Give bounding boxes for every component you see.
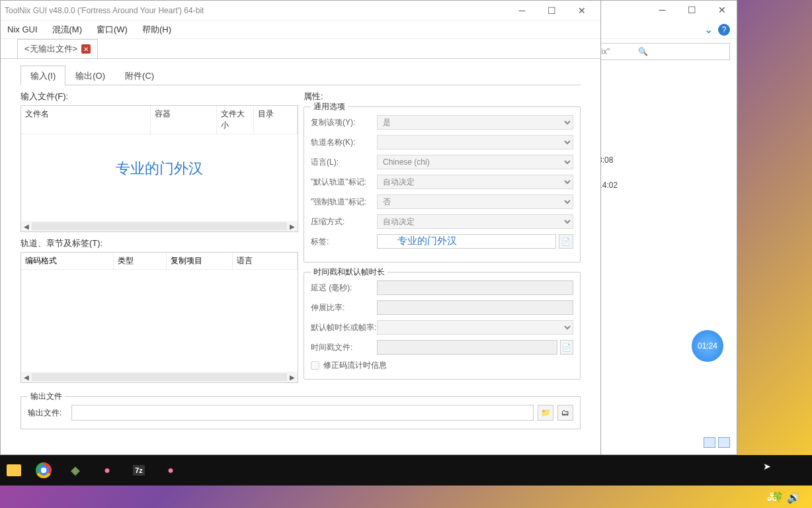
menu-mux[interactable]: 混流(M) bbox=[50, 22, 85, 37]
minimize-button[interactable]: ─ bbox=[507, 1, 537, 20]
maximize-button[interactable]: ☐ bbox=[537, 1, 567, 20]
language-select[interactable]: Chinese (chi) bbox=[377, 155, 573, 169]
subtabs: 输入(I) 输出(O) 附件(C) bbox=[20, 65, 581, 85]
tracks-table-header: 编码格式 类型 复制项目 语言 bbox=[21, 253, 298, 270]
timestamp-browse-button[interactable]: 📄 bbox=[560, 340, 573, 355]
tags-browse-button[interactable]: 📄 bbox=[559, 234, 573, 249]
timing-group: 时间戳和默认帧时长 延迟 (毫秒): 伸展比率: 默认帧时长或帧率: 时间戳文件… bbox=[304, 272, 581, 380]
copy-item-select[interactable]: 是 bbox=[377, 115, 573, 130]
output-file-group: 输出文件 输出文件: 📁 🗂 bbox=[20, 396, 581, 429]
taskbar-7z-icon[interactable]: 7z bbox=[130, 461, 148, 480]
cursor-icon: ➤ bbox=[763, 461, 771, 472]
explorer-close-button[interactable]: ✕ bbox=[707, 1, 737, 19]
titlebar[interactable]: ToolNix GUI v48.0.0 ('Fortress Around Yo… bbox=[1, 1, 600, 21]
tab-close-icon[interactable]: ✕ bbox=[81, 44, 91, 54]
output-browse-button[interactable]: 📁 bbox=[538, 405, 553, 421]
timer-badge: 01:24 bbox=[692, 330, 723, 362]
timestamp-file-input[interactable] bbox=[377, 340, 557, 355]
delay-input[interactable] bbox=[377, 280, 573, 295]
view-grid-button[interactable] bbox=[718, 437, 730, 448]
explorer-minimize-button[interactable]: ─ bbox=[647, 1, 677, 19]
compression-select[interactable]: 自动决定 bbox=[377, 214, 573, 229]
taskbar-app-icon[interactable]: ● bbox=[98, 461, 116, 480]
horizontal-scrollbar[interactable]: ◀▶ bbox=[21, 221, 298, 232]
view-mode-buttons bbox=[704, 437, 730, 448]
output-file-input[interactable] bbox=[71, 405, 534, 421]
volume-icon[interactable]: 🔊 bbox=[787, 491, 800, 504]
close-button[interactable]: ✕ bbox=[567, 1, 596, 20]
tags-watermark: 专业的门外汉 bbox=[377, 234, 556, 249]
search-icon: 🔍 bbox=[638, 47, 725, 56]
track-name-select[interactable] bbox=[377, 135, 573, 149]
tab-output[interactable]: 输出(O) bbox=[65, 65, 115, 85]
tracks-table[interactable]: 编码格式 类型 复制项目 语言 ◀▶ bbox=[20, 252, 298, 383]
system-tray: 🍀 ❀ bbox=[0, 486, 812, 508]
tab-input[interactable]: 输入(I) bbox=[20, 65, 65, 85]
taskbar: ◆ ● 7z ● bbox=[0, 455, 812, 486]
menu-help[interactable]: 帮助(H) bbox=[140, 22, 174, 37]
main-window: ToolNix GUI v48.0.0 ('Fortress Around Yo… bbox=[0, 0, 601, 455]
stretch-input[interactable] bbox=[377, 300, 573, 315]
explorer-maximize-button[interactable]: ☐ bbox=[677, 1, 707, 19]
window-title: ToolNix GUI v48.0.0 ('Fortress Around Yo… bbox=[5, 6, 507, 15]
fps-select[interactable] bbox=[377, 320, 573, 335]
tab-attach[interactable]: 附件(C) bbox=[115, 65, 164, 85]
taskbar-explorer-icon[interactable] bbox=[7, 464, 21, 476]
input-files-table[interactable]: 文件名 容器 文件大小 目录 专业的门外汉 ◀▶ bbox=[20, 105, 298, 232]
network-icon[interactable]: 🖧 bbox=[767, 491, 778, 504]
help-icon[interactable]: ? bbox=[718, 24, 730, 36]
taskbar-chrome-icon[interactable] bbox=[34, 461, 53, 480]
file-table-header: 文件名 容器 文件大小 目录 bbox=[21, 106, 298, 134]
watermark-text: 专业的门外汉 bbox=[116, 159, 203, 179]
input-files-label: 输入文件(F): bbox=[20, 91, 298, 103]
file-tab[interactable]: <无输出文件> ✕ bbox=[17, 39, 98, 58]
tracks-label: 轨道、章节及标签(T): bbox=[20, 237, 298, 249]
file-tabbar: <无输出文件> ✕ bbox=[1, 39, 600, 59]
taskbar-app2-icon[interactable]: ● bbox=[161, 461, 180, 480]
taskbar-idm-icon[interactable]: ◆ bbox=[66, 461, 85, 480]
fix-dts-checkbox[interactable] bbox=[311, 361, 319, 370]
menubar: Nix GUI 混流(M) 窗口(W) 帮助(H) bbox=[1, 21, 600, 39]
view-list-button[interactable] bbox=[704, 437, 715, 448]
default-flag-select[interactable]: 自动决定 bbox=[377, 175, 573, 189]
forced-flag-select[interactable]: 否 bbox=[377, 194, 573, 209]
menu-gui[interactable]: Nix GUI bbox=[5, 23, 40, 36]
horizontal-scrollbar-2[interactable]: ◀▶ bbox=[21, 372, 298, 382]
chevron-down-icon[interactable]: ⌄ bbox=[704, 23, 713, 36]
output-recent-button[interactable]: 🗂 bbox=[557, 405, 573, 421]
common-options-group: 通用选项 复制该项(Y):是 轨道名称(K): 语言(L):Chinese (c… bbox=[304, 106, 581, 263]
menu-window[interactable]: 窗口(W) bbox=[94, 22, 130, 37]
